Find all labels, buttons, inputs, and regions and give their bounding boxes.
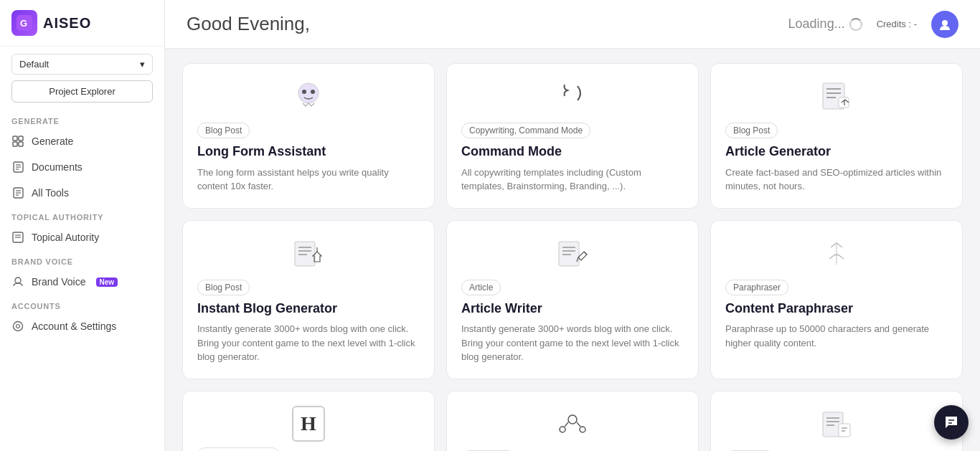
svg-point-21	[298, 83, 319, 103]
loading-text-label: Loading...	[788, 16, 845, 32]
header-right: Loading... Credits : -	[788, 11, 958, 38]
svg-point-17	[15, 277, 21, 283]
loading-spinner	[849, 18, 862, 31]
main-area: Good Evening, Loading... Credits : -	[165, 0, 980, 451]
svg-rect-35	[559, 242, 579, 266]
command-mode-desc: All copywriting templates including (Cus…	[461, 166, 684, 194]
topical-authority-tool-icon	[725, 406, 948, 442]
generate-icon	[11, 135, 24, 148]
svg-rect-28	[839, 98, 849, 108]
sidebar-item-generate[interactable]: Generate	[0, 128, 164, 154]
article-writer-title: Article Writer	[461, 301, 684, 317]
svg-point-23	[311, 90, 315, 94]
article-writer-tag: Article	[461, 280, 501, 295]
svg-point-22	[302, 90, 306, 94]
topical-authority-icon	[11, 231, 24, 244]
documents-icon	[11, 161, 24, 174]
svg-rect-3	[19, 136, 23, 141]
card-command-mode[interactable]: Copywriting, Command Mode Command Mode A…	[446, 63, 699, 209]
cards-area: Blog Post Long Form Assistant The long f…	[165, 49, 980, 451]
article-generator-tag: Blog Post	[725, 123, 778, 138]
brand-name: AISEO	[43, 15, 91, 32]
card-instant-blog[interactable]: Blog Post Instant Blog Generator Instant…	[182, 220, 435, 379]
readability-icon: H	[292, 406, 325, 442]
sidebar-item-topical-authority[interactable]: Topical Autority	[0, 224, 164, 250]
svg-rect-51	[839, 424, 850, 437]
instant-blog-tag: Blog Post	[197, 280, 250, 295]
long-form-tag: Blog Post	[197, 123, 250, 138]
new-badge: New	[96, 277, 118, 287]
paraphraser-desc: Paraphrase up to 50000 characters and ge…	[725, 322, 948, 364]
logo-area: G AISEO	[0, 0, 164, 47]
command-mode-tag: Copywriting, Command Mode	[461, 123, 590, 138]
card-article-generator[interactable]: Blog Post Article Generator Create fact-…	[710, 63, 963, 209]
paraphraser-title: Content Paraphraser	[725, 301, 948, 317]
card-article-writer[interactable]: Article Article Writer Instantly generat…	[446, 220, 699, 379]
sidebar-item-all-tools[interactable]: All Tools	[0, 180, 164, 206]
header: Good Evening, Loading... Credits : -	[165, 0, 980, 49]
card-content-paraphraser[interactable]: Paraphraser Content Paraphraser Paraphra…	[710, 220, 963, 379]
svg-point-43	[560, 427, 565, 432]
svg-point-44	[580, 427, 585, 432]
user-avatar[interactable]	[931, 11, 958, 38]
svg-point-42	[568, 415, 577, 424]
command-mode-title: Command Mode	[461, 144, 684, 160]
svg-line-46	[577, 422, 580, 427]
all-tools-label: All Tools	[32, 187, 69, 199]
chat-bubble-button[interactable]	[934, 405, 969, 440]
section-label-topical: TOPICAL AUTHORITY	[0, 206, 164, 224]
readability-tag: Content Improver	[197, 447, 280, 451]
brand-voice-label: Brand Voice	[32, 276, 86, 288]
long-form-desc: The long form assistant helps you write …	[197, 166, 420, 194]
sidebar-item-account-settings[interactable]: Account & Settings	[0, 313, 164, 339]
card-long-form-assistant[interactable]: Blog Post Long Form Assistant The long f…	[182, 63, 435, 209]
greeting: Good Evening,	[187, 13, 310, 35]
article-generator-icon	[725, 78, 948, 114]
card-bypass-ai[interactable]: Bypass AI Bypass AI Detector	[446, 391, 699, 451]
article-writer-desc: Instantly generate 3000+ words blog with…	[461, 322, 684, 364]
account-settings-icon	[11, 320, 24, 333]
sidebar: G AISEO Default ▾ Project Explorer GENER…	[0, 0, 165, 451]
bypass-ai-icon	[461, 406, 684, 442]
command-mode-icon	[461, 78, 684, 114]
long-form-assistant-icon	[197, 78, 420, 114]
svg-rect-5	[19, 142, 23, 146]
account-settings-label: Account & Settings	[32, 321, 116, 332]
svg-point-18	[14, 322, 23, 331]
article-generator-desc: Create fact-based and SEO-optimized arti…	[725, 166, 948, 194]
svg-rect-4	[13, 142, 17, 146]
paraphraser-tag: Paraphraser	[725, 280, 788, 295]
svg-point-20	[942, 20, 948, 26]
instant-blog-icon	[197, 235, 420, 271]
section-label-generate: GENERATE	[0, 110, 164, 128]
instant-blog-desc: Instantly generate 3000+ words blog with…	[197, 322, 420, 364]
project-explorer-button[interactable]: Project Explorer	[11, 80, 153, 103]
brand-voice-icon	[11, 275, 24, 288]
svg-text:G: G	[20, 18, 27, 29]
generate-label: Generate	[32, 136, 73, 147]
article-writer-icon	[461, 235, 684, 271]
long-form-title: Long Form Assistant	[197, 144, 420, 160]
credits-area: Credits : -	[877, 19, 917, 29]
sidebar-item-documents[interactable]: Documents	[0, 154, 164, 180]
svg-point-19	[17, 325, 20, 328]
card-readability[interactable]: H Content Improver Readability Improver	[182, 391, 435, 451]
content-paraphraser-icon	[725, 235, 948, 271]
instant-blog-title: Instant Blog Generator	[197, 301, 420, 317]
svg-line-45	[565, 422, 568, 427]
svg-line-39	[584, 252, 587, 255]
all-tools-icon	[11, 186, 24, 199]
topical-authority-label: Topical Autority	[32, 232, 99, 243]
credits-label: Credits : -	[877, 19, 917, 29]
section-label-accounts: ACCOUNTS	[0, 295, 164, 313]
sidebar-controls: Default ▾ Project Explorer	[0, 47, 164, 110]
project-select[interactable]: Default ▾	[11, 54, 153, 75]
section-label-brand-voice: BRAND VOICE	[0, 250, 164, 269]
loading-status: Loading...	[788, 16, 862, 32]
project-select-label: Default	[19, 59, 49, 70]
card-topical-authority-tool[interactable]: Authority Topical Authority Tool Activat…	[710, 391, 963, 451]
chevron-down-icon: ▾	[140, 59, 145, 70]
logo-icon: G	[11, 10, 37, 36]
sidebar-item-brand-voice[interactable]: Brand Voice New	[0, 269, 164, 295]
cards-grid: Blog Post Long Form Assistant The long f…	[182, 63, 963, 451]
